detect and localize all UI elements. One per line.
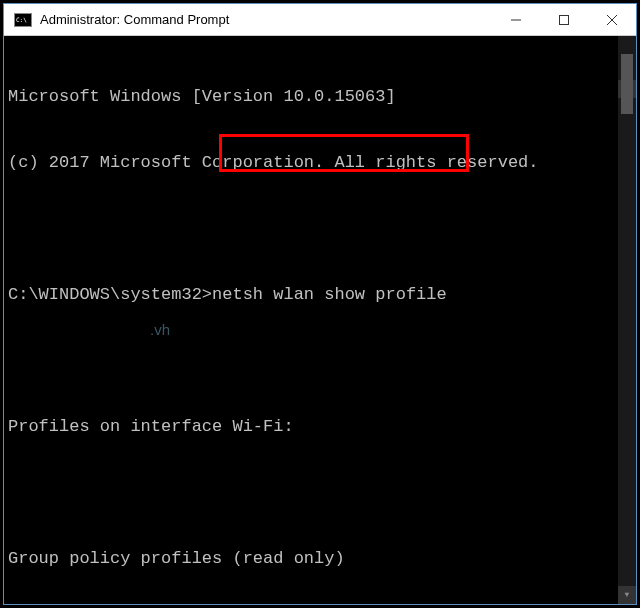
prompt-line: C:\WINDOWS\system32>netsh wlan show prof… [8,284,636,306]
scroll-down-button[interactable]: ▼ [618,586,636,604]
window-title: Administrator: Command Prompt [40,12,492,27]
maximize-button[interactable] [540,4,588,35]
titlebar[interactable]: Administrator: Command Prompt [4,4,636,36]
scrollbar-thumb[interactable] [621,54,633,114]
watermark-text: .vh [150,319,170,341]
group-policy-header: Group policy profiles (read only) [8,548,636,570]
close-button[interactable] [588,4,636,35]
blank-line [8,482,636,504]
blank-line [8,218,636,240]
minimize-button[interactable] [492,4,540,35]
vertical-scrollbar[interactable]: ▲ ▼ [618,36,636,604]
cmd-icon [14,13,32,27]
version-line: Microsoft Windows [Version 10.0.15063] [8,86,636,108]
copyright-line: (c) 2017 Microsoft Corporation. All righ… [8,152,636,174]
blank-line [8,350,636,372]
titlebar-controls [492,4,636,35]
svg-rect-1 [560,15,569,24]
command-prompt-window: Administrator: Command Prompt Microsoft … [3,3,637,605]
prompt-text: C:\WINDOWS\system32> [8,285,212,304]
profiles-header: Profiles on interface Wi-Fi: [8,416,636,438]
command-text: netsh wlan show profile [212,285,447,304]
terminal-body[interactable]: Microsoft Windows [Version 10.0.15063] (… [4,36,636,604]
